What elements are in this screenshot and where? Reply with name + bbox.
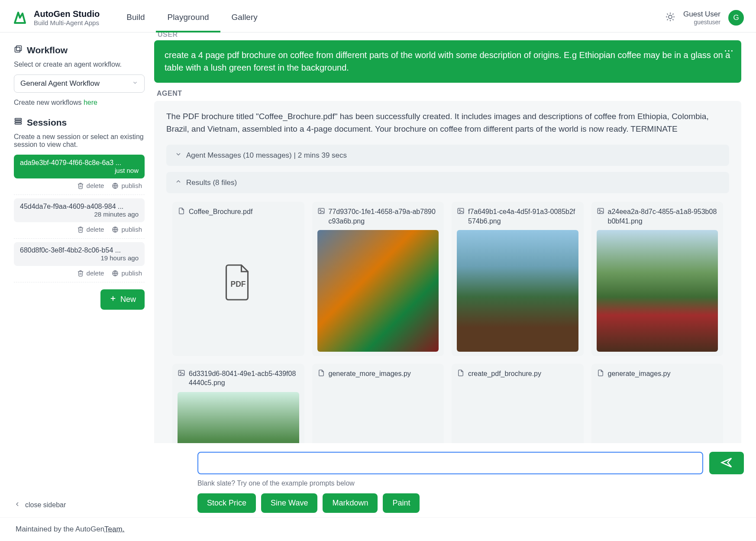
trash-icon — [77, 226, 84, 233]
session-delete-button[interactable]: delete — [77, 226, 104, 233]
file-type-icon — [178, 207, 185, 217]
svg-point-27 — [180, 372, 181, 373]
chevron-up-icon — [175, 178, 182, 187]
file-name: f7a649b1-ce4a-4d5f-91a3-0085b2f574b6.png — [468, 207, 578, 226]
file-card[interactable]: f7a649b1-ce4a-4d5f-91a3-0085b2f574b6.png — [452, 202, 584, 356]
tab-build[interactable]: Build — [115, 3, 156, 32]
prompt-input[interactable] — [197, 452, 703, 474]
file-type-icon — [457, 369, 465, 379]
session-id: ada9e3bf-4079-4f66-8c8e-6a3 ... — [20, 159, 139, 167]
file-name: Coffee_Brochure.pdf — [189, 207, 252, 217]
svg-rect-20 — [318, 208, 324, 214]
user-message-text: create a 4 page pdf brochure on coffee f… — [165, 50, 730, 72]
suggestion-button[interactable]: Stock Price — [197, 493, 256, 513]
message-more-icon[interactable]: ⋯ — [724, 44, 734, 58]
sessions-icon — [14, 117, 23, 128]
svg-line-7 — [667, 19, 668, 20]
new-session-button[interactable]: New — [100, 289, 145, 310]
svg-line-5 — [667, 14, 668, 15]
trash-icon — [77, 182, 84, 189]
send-button[interactable] — [709, 452, 744, 474]
svg-line-6 — [672, 19, 673, 20]
tab-playground[interactable]: Playground — [156, 3, 220, 32]
workflow-select[interactable]: General Agent Workflow — [14, 75, 145, 93]
file-type-icon — [597, 369, 604, 379]
file-type-icon — [317, 207, 325, 217]
globe-icon — [112, 270, 119, 277]
svg-rect-24 — [598, 208, 604, 214]
file-card[interactable]: generate_more_images.py — [312, 364, 444, 443]
trash-icon — [77, 270, 84, 277]
file-type-icon — [317, 369, 325, 379]
file-name: 77d9370c-1fe1-4658-a79a-ab7890c93a6b.png — [329, 207, 439, 226]
session-delete-button[interactable]: delete — [77, 269, 104, 277]
file-card[interactable]: 6d3319d6-8041-49e1-acb5-439f084440c5.png — [172, 364, 304, 443]
svg-line-8 — [672, 14, 673, 15]
avatar[interactable]: G — [728, 10, 744, 26]
session-id: 680d8f0c-3e8f-4bb2-8c06-b54 ... — [20, 246, 139, 254]
workflow-icon — [14, 45, 23, 55]
session-item[interactable]: ada9e3bf-4079-4f66-8c8e-6a3 ...just now — [14, 155, 145, 178]
theme-toggle-icon[interactable] — [665, 12, 675, 24]
top-nav: AutoGen Studio Build Multi-Agent Apps Bu… — [0, 0, 756, 32]
workflow-subtitle: Select or create an agent workflow. — [14, 61, 145, 68]
session-time: 28 minutes ago — [20, 211, 139, 218]
suggestion-button[interactable]: Markdown — [323, 493, 378, 513]
tab-gallery[interactable]: Gallery — [220, 3, 269, 32]
svg-rect-26 — [178, 370, 184, 376]
user-message: ⋯ create a 4 page pdf brochure on coffee… — [154, 40, 741, 83]
session-delete-button[interactable]: delete — [77, 182, 104, 189]
file-card[interactable]: Coffee_Brochure.pdfPDF — [172, 202, 304, 356]
svg-text:PDF: PDF — [231, 280, 246, 288]
globe-icon — [112, 226, 119, 233]
svg-rect-13 — [15, 123, 22, 124]
plus-icon — [109, 295, 117, 305]
file-name: a24eea2a-8d7c-4855-a1a8-953b08b0bf41.png — [608, 207, 718, 226]
create-workflows-link[interactable]: here — [84, 99, 97, 106]
image-thumbnail — [457, 230, 578, 352]
svg-rect-11 — [15, 118, 22, 120]
results-grid: Coffee_Brochure.pdfPDF77d9370c-1fe1-4658… — [166, 199, 729, 443]
sidebar: Workflow Select or create an agent workf… — [0, 32, 154, 517]
file-card[interactable]: 77d9370c-1fe1-4658-a79a-ab7890c93a6b.png — [312, 202, 444, 356]
session-publish-button[interactable]: publish — [112, 226, 142, 233]
blank-slate-text: Blank slate? Try one of the example prom… — [197, 479, 744, 487]
chevron-down-icon — [175, 151, 182, 160]
suggestion-button[interactable]: Sine Wave — [261, 493, 317, 513]
file-card[interactable]: generate_images.py — [591, 364, 724, 443]
brand-subtitle: Build Multi-Agent Apps — [34, 19, 100, 26]
session-delete-label: delete — [87, 226, 104, 233]
close-sidebar-button[interactable]: close sidebar — [14, 495, 145, 509]
image-thumbnail — [317, 230, 439, 352]
image-thumbnail — [597, 230, 718, 352]
brand: AutoGen Studio Build Multi-Agent Apps — [12, 9, 100, 26]
agent-messages-accordion[interactable]: Agent Messages (10 messages) | 2 mins 39… — [166, 145, 729, 166]
session-time: just now — [20, 167, 139, 174]
svg-point-21 — [320, 210, 321, 211]
user-name: Guest User — [683, 10, 720, 19]
session-item[interactable]: 680d8f0c-3e8f-4bb2-8c06-b54 ...19 hours … — [14, 242, 145, 266]
session-publish-label: publish — [121, 182, 142, 189]
send-icon — [720, 456, 733, 470]
input-area: Blank slate? Try one of the example prom… — [154, 443, 744, 517]
results-accordion[interactable]: Results (8 files) — [166, 172, 729, 193]
footer-link[interactable]: Team. — [104, 525, 124, 534]
session-publish-button[interactable]: publish — [112, 269, 142, 277]
agent-label: AGENT — [154, 90, 741, 97]
agent-message: The PDF brochure titled "Coffee_Brochure… — [154, 101, 741, 443]
brand-title: AutoGen Studio — [34, 9, 100, 19]
sessions-subtitle: Create a new session or select an existi… — [14, 133, 145, 149]
session-publish-button[interactable]: publish — [112, 182, 142, 189]
session-item[interactable]: 45d4da7e-f9aa-4609-a408-984 ...28 minute… — [14, 198, 145, 222]
chevron-left-icon — [14, 501, 21, 509]
file-card[interactable]: create_pdf_brochure.py — [452, 364, 584, 443]
file-type-icon — [597, 207, 604, 217]
file-card[interactable]: a24eea2a-8d7c-4855-a1a8-953b08b0bf41.png — [591, 202, 724, 356]
workflow-selected: General Agent Workflow — [20, 79, 100, 88]
svg-point-25 — [599, 210, 600, 211]
user-block[interactable]: Guest User guestuser — [683, 10, 720, 26]
suggestion-button[interactable]: Paint — [383, 493, 420, 513]
sessions-heading: Sessions — [27, 117, 67, 128]
session-delete-label: delete — [87, 182, 104, 189]
user-handle: guestuser — [683, 19, 720, 26]
